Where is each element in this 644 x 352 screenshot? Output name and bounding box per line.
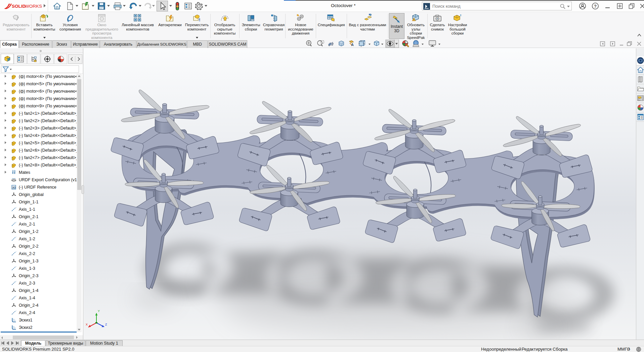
svg-text:A: A — [351, 43, 354, 47]
svg-text:Y: Y — [98, 309, 100, 313]
svg-text:!: ! — [414, 18, 415, 21]
svg-text:SOLID: SOLID — [12, 4, 26, 9]
svg-text:WORKS: WORKS — [25, 4, 42, 9]
svg-text:X: X — [86, 323, 88, 326]
svg-text:Z: Z — [105, 323, 107, 326]
svg-text:?: ? — [594, 4, 597, 9]
